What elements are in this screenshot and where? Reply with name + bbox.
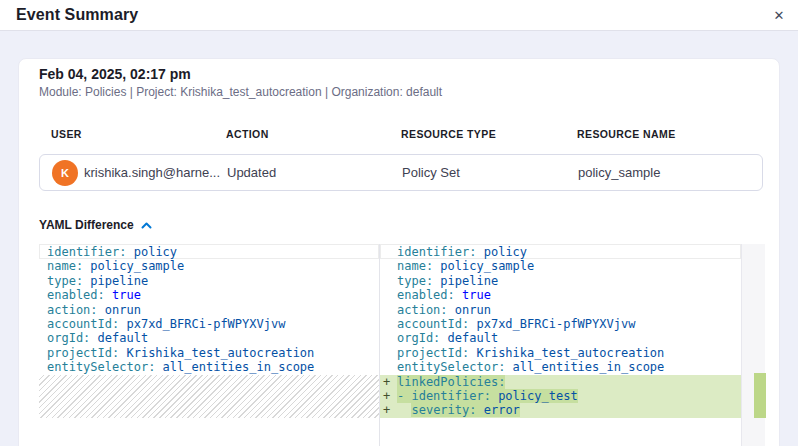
code-line-added: +- identifier: policy_test <box>380 389 741 403</box>
code-line: accountId: px7xd_BFRCi-pfWPYXVjvw <box>380 317 741 331</box>
code-line: action: onrun <box>39 303 379 317</box>
code-line: identifier: policy <box>39 245 379 259</box>
dialog-header: Event Summary ✕ <box>0 0 798 31</box>
code-line: type: pipeline <box>380 274 741 288</box>
code-line: enabled: true <box>39 288 379 302</box>
row-resource-name: policy_sample <box>578 165 660 180</box>
insert-sign-icon: + <box>383 389 390 403</box>
diff-modified-pane[interactable]: identifier: policyname: policy_sampletyp… <box>380 244 741 446</box>
row-resource-type: Policy Set <box>402 165 460 180</box>
code-line: projectId: Krishika_test_autocreation <box>39 346 379 360</box>
avatar: K <box>52 160 78 186</box>
page-title: Event Summary <box>16 6 138 24</box>
code-line: identifier: policy <box>380 245 741 259</box>
diff-empty-placeholder <box>39 375 379 418</box>
insert-sign-icon: + <box>383 403 390 417</box>
overview-ruler-insert-marker <box>754 373 766 418</box>
close-icon[interactable]: ✕ <box>768 4 790 26</box>
column-header-user: USER <box>51 128 82 140</box>
code-line: projectId: Krishika_test_autocreation <box>380 346 741 360</box>
code-line: enabled: true <box>380 288 741 302</box>
chevron-up-icon <box>141 222 152 229</box>
row-user: krishika.singh@harne... <box>84 165 220 180</box>
code-line: name: policy_sample <box>39 259 379 273</box>
code-line: action: onrun <box>380 303 741 317</box>
event-timestamp: Feb 04, 2025, 02:17 pm <box>39 66 191 82</box>
code-line: accountId: px7xd_BFRCi-pfWPYXVjvw <box>39 317 379 331</box>
insert-sign-icon: + <box>383 375 390 389</box>
event-meta: Module: Policies | Project: Krishika_tes… <box>39 85 442 99</box>
row-action: Updated <box>227 165 276 180</box>
diff-overview-ruler[interactable] <box>741 244 765 446</box>
code-line: orgId: default <box>380 331 741 345</box>
yaml-difference-toggle[interactable]: YAML Difference <box>39 217 152 233</box>
yaml-difference-label: YAML Difference <box>39 218 134 232</box>
column-header-action: ACTION <box>226 128 269 140</box>
table-row[interactable]: K krishika.singh@harne... Updated Policy… <box>39 154 763 191</box>
code-line: type: pipeline <box>39 274 379 288</box>
code-line: entitySelector: all_entities_in_scope <box>380 360 741 374</box>
code-line: orgId: default <box>39 331 379 345</box>
code-line-added: + severity: error <box>380 403 741 417</box>
diff-original-pane[interactable]: identifier: policyname: policy_sampletyp… <box>39 244 379 446</box>
code-line-added: +linkedPolicies: <box>380 375 741 389</box>
yaml-diff-editor: identifier: policyname: policy_sampletyp… <box>39 244 765 446</box>
event-summary-card: Feb 04, 2025, 02:17 pm Module: Policies … <box>18 58 780 446</box>
column-header-resource-name: RESOURCE NAME <box>577 128 676 140</box>
code-line: name: policy_sample <box>380 259 741 273</box>
column-header-resource-type: RESOURCE TYPE <box>401 128 496 140</box>
code-line: entitySelector: all_entities_in_scope <box>39 360 379 374</box>
